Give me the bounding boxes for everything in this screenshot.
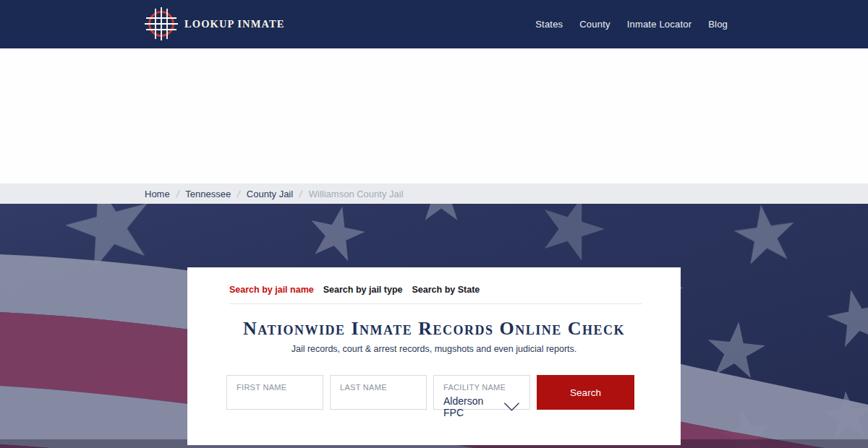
last-name-label: LAST NAME [340, 383, 417, 392]
top-header: LOOKUP INMATE States County Inmate Locat… [0, 0, 868, 48]
facility-name-dropdown[interactable]: FACILITY NAME Alderson FPC [433, 375, 530, 410]
last-name-field[interactable]: LAST NAME [330, 375, 427, 410]
breadcrumb-separator: / [299, 189, 304, 199]
nav-link-inmate-locator[interactable]: Inmate Locator [627, 19, 692, 30]
page: LOOKUP INMATE States County Inmate Locat… [0, 0, 868, 448]
tabs-divider [229, 303, 642, 304]
hero-section: Search by jail name Search by jail type … [0, 204, 868, 448]
brand-wordmark: LOOKUP INMATE [184, 18, 285, 30]
breadcrumb-tennessee[interactable]: Tennessee [185, 189, 231, 199]
lookup-inmate-logo-icon [144, 7, 179, 41]
facility-selected-value: Alderson FPC [443, 395, 503, 418]
nav-link-states[interactable]: States [535, 19, 563, 30]
breadcrumb-current-page: Williamson County Jail [309, 189, 404, 199]
facility-name-label: FACILITY NAME [443, 383, 520, 392]
breadcrumb: Home / Tennessee / County Jail / William… [0, 184, 868, 204]
nav-link-blog[interactable]: Blog [708, 19, 728, 30]
tab-search-by-jail-type[interactable]: Search by jail type [323, 285, 403, 295]
first-name-field[interactable]: FIRST NAME [226, 375, 323, 410]
page-title: Nationwide Inmate Records Online Check [187, 318, 681, 340]
breadcrumb-separator: / [175, 189, 180, 199]
chevron-down-icon [503, 402, 520, 412]
last-name-input[interactable] [340, 393, 417, 408]
tab-search-by-state[interactable]: Search by State [412, 285, 480, 295]
breadcrumb-county-jail[interactable]: County Jail [247, 189, 293, 199]
nav-link-county[interactable]: County [579, 19, 610, 30]
breadcrumb-separator: / [237, 189, 242, 199]
search-button[interactable]: Search [537, 375, 634, 410]
first-name-input[interactable] [237, 393, 313, 408]
breadcrumb-home[interactable]: Home [145, 189, 170, 199]
white-spacer-band [0, 48, 868, 184]
tab-search-by-jail-name[interactable]: Search by jail name [229, 285, 314, 295]
search-tabs: Search by jail name Search by jail type … [229, 285, 480, 295]
brand-logo-link[interactable]: LOOKUP INMATE [144, 7, 285, 41]
inmate-search-card: Search by jail name Search by jail type … [187, 267, 681, 445]
search-form: FIRST NAME LAST NAME FACILITY NAME Alder… [226, 375, 634, 410]
top-navigation: States County Inmate Locator Blog [535, 0, 728, 48]
page-subtitle: Jail records, court & arrest records, mu… [187, 344, 681, 354]
first-name-label: FIRST NAME [237, 383, 313, 392]
